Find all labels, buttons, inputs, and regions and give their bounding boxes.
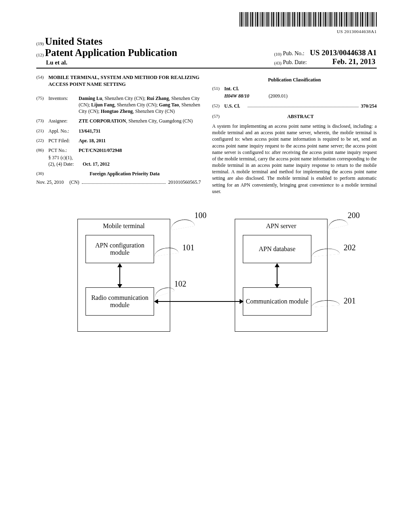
- radio-comm-label: Radio communication module: [88, 294, 152, 309]
- foreign-inid: (30): [36, 170, 48, 177]
- comm-module-label: Communication module: [246, 298, 308, 305]
- apn-database-label: APN database: [259, 245, 295, 253]
- ref-102: 102: [174, 279, 186, 289]
- pct-inid: (86): [36, 147, 48, 154]
- country-name: United States: [45, 36, 102, 47]
- appl-value: 13/641,731: [79, 128, 201, 134]
- pubno-inid: (10): [274, 52, 282, 56]
- system-diagram: Mobile terminal APN configuration module…: [61, 211, 352, 344]
- uscl-dotted: [248, 103, 359, 107]
- foreign-appno: 201010560565.7: [168, 179, 201, 185]
- abstract-title: ABSTRACT: [224, 113, 377, 120]
- uscl-label: U.S. Cl.: [224, 103, 245, 109]
- abstract-text: A system for implementing an access poin…: [212, 123, 377, 195]
- apn-config-label: APN configuration module: [88, 242, 152, 256]
- assignee-value: ZTE CORPORATION, Shenzhen City, Guangdon…: [79, 118, 201, 124]
- pubdate-label: Pub. Date:: [283, 59, 307, 65]
- intcl-year: (2009.01): [269, 93, 288, 99]
- inventors-inid: (75): [36, 95, 48, 115]
- filed-value: Apr. 18, 2011: [79, 137, 201, 144]
- document-header: (19) United States (12) Patent Applicati…: [36, 36, 377, 69]
- bibliographic-columns: (54) MOBILE TERMINAL, SYSTEM AND METHOD …: [36, 74, 377, 195]
- foreign-priority-row: Nov. 25, 2010 (CN) 201010560565.7: [36, 179, 201, 185]
- assignee-label: Assignee:: [48, 118, 79, 124]
- barcode-region: US 20130044638A1: [36, 12, 377, 34]
- apn-server-label: APN server: [266, 222, 296, 230]
- appl-label: Appl. No.:: [48, 128, 79, 134]
- pubdate-inid: (43): [274, 60, 282, 65]
- s371-line2: (2), (4) Date:: [48, 161, 83, 167]
- author-line: Lu et al.: [46, 59, 177, 66]
- uscl-value: 370/254: [361, 103, 377, 109]
- uscl-inid: (52): [212, 103, 224, 109]
- s371-value: Oct. 17, 2012: [83, 161, 201, 167]
- publication-type: Patent Application Publication: [45, 47, 177, 58]
- pct-value: PCT/CN2011/072948: [79, 147, 201, 154]
- ref-100: 100: [194, 211, 206, 220]
- intcl-class: H04W 88/10: [224, 93, 269, 99]
- ref-200: 200: [348, 211, 360, 220]
- foreign-date: Nov. 25, 2010: [36, 179, 64, 185]
- barcode-icon: [240, 12, 377, 27]
- apn-database-box: APN database: [243, 235, 311, 263]
- ref-201: 201: [344, 296, 356, 305]
- intcl-label: Int. Cl.: [224, 85, 377, 92]
- mobile-terminal-label: Mobile terminal: [103, 222, 145, 230]
- radio-comm-box: Radio communication module: [86, 287, 154, 316]
- publication-number: US 2013/0044638 A1: [310, 48, 377, 57]
- country-inid: (19): [36, 41, 44, 46]
- pubno-label: Pub. No.:: [283, 50, 304, 56]
- intcl-inid: (51): [212, 85, 224, 92]
- apn-config-box: APN configuration module: [86, 235, 154, 263]
- filed-inid: (22): [36, 137, 48, 144]
- foreign-title: Foreign Application Priority Data: [48, 170, 201, 177]
- pub-class-title: Publication Classification: [212, 77, 377, 83]
- barcode-label: US 20130044638A1: [36, 29, 377, 34]
- ref-101: 101: [182, 243, 194, 252]
- title-inid: (54): [36, 74, 48, 92]
- appl-inid: (21): [36, 128, 48, 134]
- filed-label: PCT Filed:: [48, 137, 79, 144]
- right-column: Publication Classification (51) Int. Cl.…: [212, 74, 377, 195]
- publication-date: Feb. 21, 2013: [332, 57, 375, 66]
- inventors-value: Daming Lu, Shenzhen City (CN); Rui Zhang…: [79, 95, 201, 115]
- abstract-inid: (57): [212, 113, 224, 120]
- inventors-label: Inventors:: [48, 95, 79, 115]
- left-column: (54) MOBILE TERMINAL, SYSTEM AND METHOD …: [36, 74, 201, 195]
- foreign-country: (CN): [69, 179, 79, 185]
- pct-label: PCT No.:: [48, 147, 79, 154]
- assignee-inid: (73): [36, 118, 48, 124]
- ref-202: 202: [344, 243, 356, 252]
- dotted-leader: [82, 179, 166, 184]
- pubtype-inid: (12): [36, 52, 44, 57]
- comm-module-box: Communication module: [243, 287, 311, 316]
- invention-title: MOBILE TERMINAL, SYSTEM AND METHOD FOR R…: [48, 74, 201, 88]
- s371-label: § 371 (c)(1),: [48, 154, 201, 161]
